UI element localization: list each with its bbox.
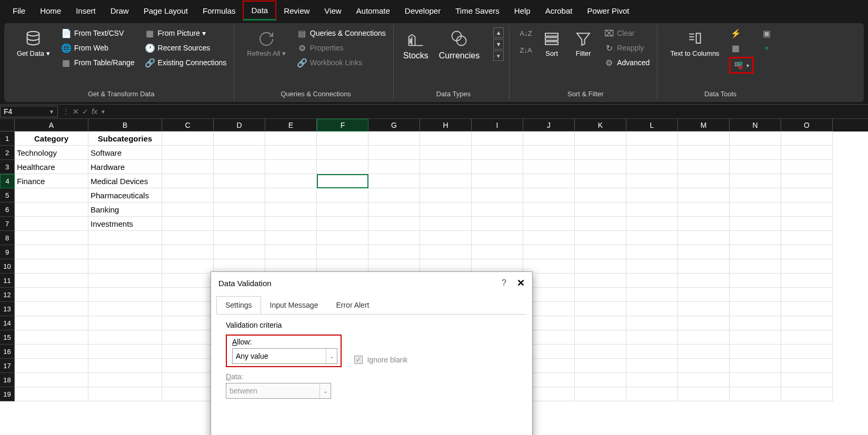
col-header-A[interactable]: A [15,119,88,131]
allow-select[interactable]: Any value ⌄ [232,348,337,364]
consolidate-button[interactable]: ▣ [760,27,774,39]
filter-button[interactable]: Filter [571,27,596,59]
cell-B14[interactable] [88,316,162,330]
col-header-E[interactable]: E [265,119,317,131]
cell-O4[interactable] [781,174,833,188]
cell-N1[interactable] [730,131,781,146]
cell-I5[interactable] [472,188,523,203]
cell-C7[interactable] [162,217,214,231]
row-header-18[interactable]: 18 [0,373,15,387]
row-header-12[interactable]: 12 [0,288,15,302]
col-header-M[interactable]: M [678,119,730,131]
data-validation-button[interactable]: ▾ [732,59,751,71]
cell-B12[interactable] [88,288,162,302]
menu-insert[interactable]: Insert [68,2,103,19]
row-header-9[interactable]: 9 [0,245,15,259]
cell-F2[interactable] [317,146,368,160]
recent-sources-button[interactable]: 🕐Recent Sources [143,42,229,54]
data-type-up-button[interactable]: ▲ [493,27,504,38]
cell-L2[interactable] [626,146,678,160]
cell-O3[interactable] [781,160,833,174]
cell-D6[interactable] [214,203,265,217]
menu-developer[interactable]: Developer [397,2,448,19]
cell-H2[interactable] [420,146,472,160]
cell-G2[interactable] [368,146,420,160]
cell-M12[interactable] [678,288,730,302]
cell-L17[interactable] [626,359,678,373]
cell-F7[interactable] [317,217,368,231]
cell-K2[interactable] [575,146,626,160]
cell-K9[interactable] [575,245,626,259]
menu-automate[interactable]: Automate [349,2,397,19]
help-icon[interactable]: ? [502,278,506,288]
cell-M16[interactable] [678,345,730,359]
cell-K18[interactable] [575,373,626,387]
row-header-14[interactable]: 14 [0,316,15,330]
cell-I7[interactable] [472,217,523,231]
cell-L9[interactable] [626,245,678,259]
cell-A4[interactable]: Finance [15,174,88,188]
cell-M14[interactable] [678,316,730,330]
cell-A6[interactable] [15,203,88,217]
row-header-6[interactable]: 6 [0,203,15,217]
col-header-C[interactable]: C [162,119,214,131]
properties-button[interactable]: ⚙Properties [295,42,388,54]
cell-J3[interactable] [523,160,575,174]
cell-C12[interactable] [162,288,214,302]
cell-O18[interactable] [781,373,833,387]
cell-B18[interactable] [88,373,162,387]
cell-N10[interactable] [730,259,781,274]
cell-M3[interactable] [678,160,730,174]
col-header-G[interactable]: G [368,119,420,131]
cell-M19[interactable] [678,387,730,401]
cell-C19[interactable] [162,387,214,401]
cell-A1[interactable]: Category [15,131,88,146]
cell-M2[interactable] [678,146,730,160]
close-icon[interactable]: ✕ [517,277,525,289]
col-header-K[interactable]: K [575,119,626,131]
cell-L10[interactable] [626,259,678,274]
cell-C16[interactable] [162,345,214,359]
cell-J4[interactable] [523,174,575,188]
cell-H3[interactable] [420,160,472,174]
cell-N12[interactable] [730,288,781,302]
ignore-blank-checkbox[interactable]: Ignore blank [354,356,407,364]
existing-connections-button[interactable]: 🔗Existing Connections [143,57,229,68]
cell-A13[interactable] [15,302,88,316]
cell-N6[interactable] [730,203,781,217]
cell-N17[interactable] [730,359,781,373]
cell-N15[interactable] [730,330,781,345]
cell-O17[interactable] [781,359,833,373]
cell-L18[interactable] [626,373,678,387]
cell-M13[interactable] [678,302,730,316]
cell-A17[interactable] [15,359,88,373]
cell-K10[interactable] [575,259,626,274]
cell-G8[interactable] [368,231,420,245]
row-header-19[interactable]: 19 [0,387,15,401]
cell-B17[interactable] [88,359,162,373]
cell-N18[interactable] [730,373,781,387]
cell-G3[interactable] [368,160,420,174]
cell-A15[interactable] [15,330,88,345]
select-all-corner[interactable] [0,119,15,131]
cell-G6[interactable] [368,203,420,217]
cell-M5[interactable] [678,188,730,203]
cell-D4[interactable] [214,174,265,188]
cell-D5[interactable] [214,188,265,203]
cell-E9[interactable] [265,245,317,259]
cell-E1[interactable] [265,131,317,146]
col-header-J[interactable]: J [523,119,575,131]
cell-D3[interactable] [214,160,265,174]
cell-F8[interactable] [317,231,368,245]
cell-E4[interactable] [265,174,317,188]
cell-C8[interactable] [162,231,214,245]
cell-O10[interactable] [781,259,833,274]
cell-D2[interactable] [214,146,265,160]
menu-review[interactable]: Review [276,2,317,19]
cell-O14[interactable] [781,316,833,330]
cell-L15[interactable] [626,330,678,345]
cell-M9[interactable] [678,245,730,259]
col-header-I[interactable]: I [472,119,523,131]
relationships-button[interactable]: ⚬ [760,42,774,54]
cell-G5[interactable] [368,188,420,203]
